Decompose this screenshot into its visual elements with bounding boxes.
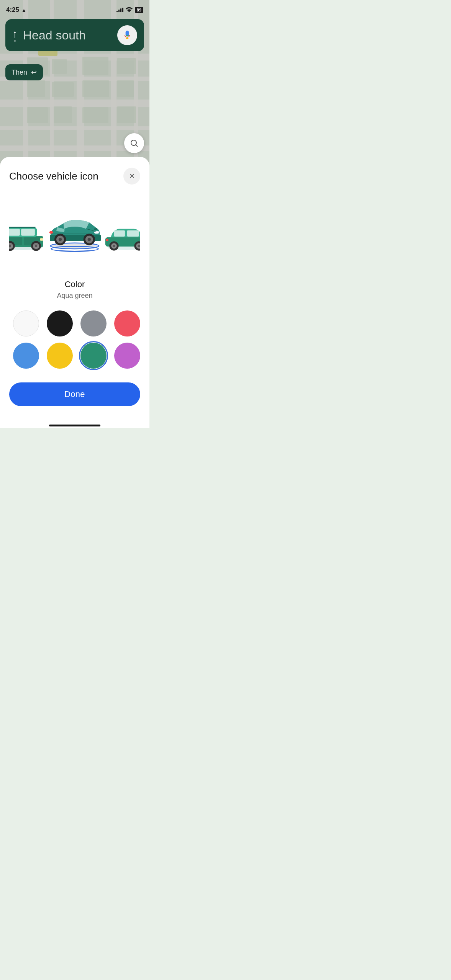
home-bar xyxy=(49,425,100,426)
battery-icon: 89 xyxy=(135,7,143,13)
color-option-teal[interactable] xyxy=(80,343,107,369)
sheet-header: Choose vehicle icon ✕ xyxy=(9,168,140,185)
svg-rect-31 xyxy=(21,229,35,236)
color-section: Color Aqua green xyxy=(9,279,140,300)
location-arrow-icon: ▲ xyxy=(21,7,26,13)
svg-rect-41 xyxy=(9,237,22,245)
signal-icon xyxy=(116,8,123,12)
svg-rect-58 xyxy=(127,230,139,237)
vehicle-sports[interactable] xyxy=(44,207,105,255)
then-turn-icon: ↩ xyxy=(31,68,37,77)
vehicle-carousel xyxy=(9,197,140,266)
color-option-purple[interactable] xyxy=(114,343,140,369)
status-time: 4:25 ▲ xyxy=(6,6,26,14)
navigation-header: ↑ Head south xyxy=(5,19,144,51)
color-option-white[interactable] xyxy=(13,310,39,336)
status-icons: 89 xyxy=(116,7,143,13)
home-indicator xyxy=(0,421,149,428)
color-option-gray[interactable] xyxy=(80,310,107,336)
color-option-black[interactable] xyxy=(47,310,73,336)
svg-rect-42 xyxy=(24,237,40,245)
then-label: Then xyxy=(11,69,27,77)
selected-color-name: Aqua green xyxy=(9,292,140,300)
svg-point-64 xyxy=(138,245,140,247)
then-bar: Then ↩ xyxy=(5,64,43,80)
close-icon: ✕ xyxy=(129,172,135,180)
svg-point-48 xyxy=(49,231,53,234)
nav-direction: ↑ Head south xyxy=(12,28,117,42)
done-button[interactable]: Done xyxy=(9,382,140,406)
map-background: 4:25 ▲ 89 ↑ Head south xyxy=(0,0,149,165)
svg-rect-66 xyxy=(106,239,108,241)
vehicle-compact[interactable] xyxy=(102,216,140,254)
svg-rect-57 xyxy=(114,230,125,237)
color-option-red[interactable] xyxy=(114,310,140,336)
nav-instruction: Head south xyxy=(23,28,86,42)
wifi-icon xyxy=(126,7,133,13)
direction-arrow-icon: ↑ xyxy=(12,29,18,42)
color-option-blue[interactable] xyxy=(13,343,39,369)
bottom-sheet: Choose vehicle icon ✕ xyxy=(0,157,149,421)
vehicle-suv[interactable] xyxy=(9,216,48,254)
sheet-title: Choose vehicle icon xyxy=(9,170,98,182)
svg-rect-30 xyxy=(9,229,20,236)
status-bar: 4:25 ▲ 89 xyxy=(0,0,149,17)
search-button[interactable] xyxy=(124,133,144,153)
color-option-yellow[interactable] xyxy=(47,343,73,369)
close-button[interactable]: ✕ xyxy=(123,168,140,185)
svg-point-51 xyxy=(59,238,62,241)
svg-point-54 xyxy=(88,238,91,241)
color-grid xyxy=(9,310,140,369)
svg-rect-38 xyxy=(40,238,43,241)
color-section-label: Color xyxy=(9,279,140,289)
mic-button[interactable] xyxy=(117,25,137,45)
svg-point-61 xyxy=(113,245,115,247)
